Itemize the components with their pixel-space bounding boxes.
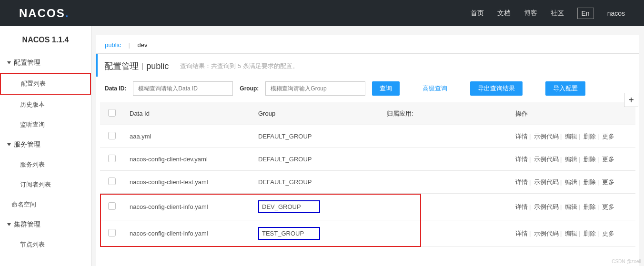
- menu-service-mgmt[interactable]: 服务管理: [0, 135, 91, 155]
- cell-group: DEV_GROUP: [252, 194, 381, 220]
- action-more[interactable]: 更多: [602, 203, 614, 210]
- cell-actions: 详情| 示例代码| 编辑| 删除| 更多: [510, 194, 635, 220]
- menu-cluster-mgmt[interactable]: 集群管理: [0, 215, 91, 235]
- col-group: Group: [252, 102, 381, 125]
- search-row: Data ID: Group: 查询 高级查询 导出查询结果 导入配置: [96, 77, 639, 102]
- action-detail[interactable]: 详情: [515, 133, 528, 140]
- row-checkbox[interactable]: [108, 177, 116, 185]
- nav-community[interactable]: 社区: [551, 9, 564, 18]
- col-dataid: Data Id: [124, 102, 252, 125]
- action-delete[interactable]: 删除: [584, 133, 596, 140]
- dataid-input[interactable]: [133, 81, 233, 96]
- export-button[interactable]: 导出查询结果: [470, 81, 523, 96]
- import-button[interactable]: 导入配置: [545, 81, 585, 96]
- plus-icon: +: [628, 95, 634, 106]
- top-nav: NACOS. 首页 文档 博客 社区 En nacos: [0, 0, 644, 26]
- action-more[interactable]: 更多: [602, 178, 614, 186]
- action-sample[interactable]: 示例代码: [534, 133, 559, 140]
- action-detail[interactable]: 详情: [515, 178, 528, 186]
- cell-app: [381, 171, 510, 194]
- config-table: Data Id Group 归属应用: 操作 aaa.yml DEFAULT_G…: [100, 102, 635, 247]
- action-delete[interactable]: 删除: [584, 203, 596, 210]
- cell-dataid: nacos-config-client-info.yaml: [124, 220, 252, 247]
- menu-service-list[interactable]: 服务列表: [0, 155, 91, 175]
- menu-subscriber-list[interactable]: 订阅者列表: [0, 175, 91, 195]
- nav-links: 首页 文档 博客 社区 En nacos: [471, 8, 625, 19]
- table-row: aaa.yml DEFAULT_GROUP 详情| 示例代码| 编辑| 删除| …: [100, 125, 635, 148]
- query-button[interactable]: 查询: [372, 81, 400, 96]
- page-subtitle: public: [146, 61, 169, 71]
- watermark: CSDN @zoeil: [612, 259, 641, 264]
- cell-app: [381, 125, 510, 148]
- sidebar: NACOS 1.1.4 配置管理 配置列表 历史版本 监听查询 服务管理 服务列…: [0, 26, 91, 266]
- action-detail[interactable]: 详情: [515, 156, 528, 163]
- group-label: Group:: [240, 85, 259, 92]
- menu-namespace[interactable]: 命名空间: [0, 195, 91, 215]
- action-edit[interactable]: 编辑: [565, 133, 577, 140]
- nav-user[interactable]: nacos: [607, 10, 625, 17]
- cell-dataid: aaa.yml: [124, 125, 252, 148]
- menu-config-mgmt[interactable]: 配置管理: [0, 53, 91, 73]
- col-app: 归属应用:: [381, 102, 510, 125]
- cell-dataid: nacos-config-client-info.yaml: [124, 194, 252, 220]
- sidebar-title: NACOS 1.1.4: [0, 26, 91, 53]
- action-delete[interactable]: 删除: [584, 156, 596, 163]
- action-edit[interactable]: 编辑: [565, 230, 577, 237]
- action-detail[interactable]: 详情: [515, 230, 528, 237]
- table-row: nacos-config-client-info.yaml TEST_GROUP…: [100, 220, 635, 247]
- action-delete[interactable]: 删除: [584, 230, 596, 237]
- menu-config-list[interactable]: 配置列表: [0, 73, 91, 95]
- action-sample[interactable]: 示例代码: [534, 203, 559, 210]
- add-config-button[interactable]: +: [624, 93, 638, 107]
- cell-dataid: nacos-config-client-test.yaml: [124, 171, 252, 194]
- page-title: 配置管理: [104, 60, 139, 72]
- action-edit[interactable]: 编辑: [565, 156, 577, 163]
- action-edit[interactable]: 编辑: [565, 203, 577, 210]
- table-header-row: Data Id Group 归属应用: 操作: [100, 102, 635, 125]
- action-detail[interactable]: 详情: [515, 203, 528, 210]
- select-all-checkbox[interactable]: [108, 109, 116, 117]
- cell-dataid: nacos-config-client-dev.yaml: [124, 148, 252, 171]
- table-row: nacos-config-client-test.yaml DEFAULT_GR…: [100, 171, 635, 194]
- row-checkbox[interactable]: [108, 229, 116, 236]
- row-checkbox[interactable]: [108, 132, 116, 139]
- table-row: nacos-config-client-info.yaml DEV_GROUP …: [100, 194, 635, 220]
- action-delete[interactable]: 删除: [584, 178, 596, 186]
- lang-switch[interactable]: En: [577, 8, 594, 19]
- group-input[interactable]: [265, 81, 365, 96]
- action-sample[interactable]: 示例代码: [534, 178, 559, 186]
- cell-app: [381, 148, 510, 171]
- content-area: public | dev 配置管理 | public 查询结果：共查询到 5 条…: [91, 26, 644, 266]
- col-ops: 操作: [510, 102, 635, 125]
- cell-group: DEFAULT_GROUP: [252, 125, 381, 148]
- group-highlight: DEV_GROUP: [258, 200, 320, 213]
- row-checkbox[interactable]: [108, 155, 116, 162]
- dataid-label: Data ID:: [105, 85, 126, 92]
- nav-blog[interactable]: 博客: [524, 9, 537, 18]
- tab-public[interactable]: public: [105, 41, 121, 49]
- menu-node-list[interactable]: 节点列表: [0, 235, 91, 255]
- advanced-query-link[interactable]: 高级查询: [423, 84, 447, 93]
- logo-text: NACOS.: [19, 7, 69, 20]
- result-hint: 查询结果：共查询到 5 条满足要求的配置。: [180, 62, 298, 70]
- menu-listen-query[interactable]: 监听查询: [0, 115, 91, 135]
- tab-dev[interactable]: dev: [138, 41, 148, 49]
- group-highlight: TEST_GROUP: [258, 227, 320, 240]
- cell-group: TEST_GROUP: [252, 220, 381, 247]
- nav-home[interactable]: 首页: [471, 9, 484, 18]
- action-sample[interactable]: 示例代码: [534, 156, 559, 163]
- nav-docs[interactable]: 文档: [497, 9, 511, 18]
- logo: NACOS.: [19, 7, 69, 20]
- menu-history[interactable]: 历史版本: [0, 95, 91, 115]
- action-edit[interactable]: 编辑: [565, 178, 577, 186]
- action-more[interactable]: 更多: [602, 156, 614, 163]
- row-checkbox[interactable]: [108, 202, 116, 210]
- action-more[interactable]: 更多: [602, 133, 614, 140]
- cell-app: [381, 220, 510, 247]
- action-more[interactable]: 更多: [602, 230, 614, 237]
- cell-group: DEFAULT_GROUP: [252, 171, 381, 194]
- table-row: nacos-config-client-dev.yaml DEFAULT_GRO…: [100, 148, 635, 171]
- cell-actions: 详情| 示例代码| 编辑| 删除| 更多: [510, 171, 635, 194]
- cell-actions: 详情| 示例代码| 编辑| 删除| 更多: [510, 220, 635, 247]
- action-sample[interactable]: 示例代码: [534, 230, 559, 237]
